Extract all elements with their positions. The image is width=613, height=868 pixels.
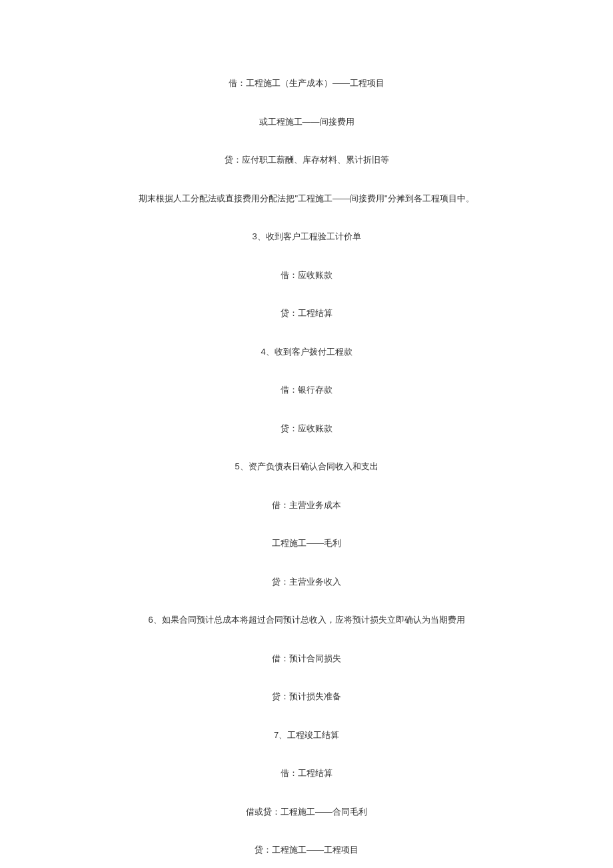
text-line: 期末根据人工分配法或直接费用分配法把"工程施工——间接费用"分摊到各工程项目中。 <box>0 192 613 205</box>
text-line: 借：主营业务成本 <box>0 499 613 512</box>
text-line: 借：银行存款 <box>0 383 613 397</box>
text-line: 借：预计合同损失 <box>0 652 613 665</box>
text-line: 贷：应付职工薪酬、库存材料、累计折旧等 <box>0 153 613 167</box>
text-line: 贷：主营业务收入 <box>0 575 613 589</box>
text-line: 借：应收账款 <box>0 269 613 282</box>
text-line: 7、工程竣工结算 <box>0 729 613 742</box>
text-line: 借：工程施工（生产成本）——工程项目 <box>0 77 613 90</box>
text-line: 贷：工程结算 <box>0 307 613 320</box>
text-line: 借：工程结算 <box>0 767 613 780</box>
text-line: 6、如果合同预计总成本将超过合同预计总收入，应将预计损失立即确认为当期费用 <box>0 613 613 627</box>
text-line: 4、收到客户拨付工程款 <box>0 345 613 359</box>
text-line: 或工程施工——间接费用 <box>0 115 613 129</box>
text-line: 借或贷：工程施工——合同毛利 <box>0 805 613 819</box>
text-line: 贷：预计损失准备 <box>0 690 613 703</box>
text-line: 5、资产负债表日确认合同收入和支出 <box>0 460 613 473</box>
text-line: 贷：应收账款 <box>0 422 613 435</box>
text-line: 工程施工——毛利 <box>0 537 613 550</box>
text-line: 3、收到客户工程验工计价单 <box>0 230 613 243</box>
text-line: 贷：工程施工——工程项目 <box>0 843 613 857</box>
